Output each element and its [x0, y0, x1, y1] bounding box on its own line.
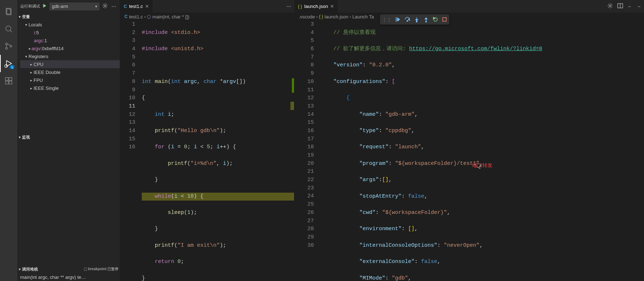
svg-rect-12 — [9, 81, 12, 84]
minimap[interactable] — [290, 21, 294, 281]
line-numbers: 3456789101112131415161718192021222324252… — [294, 21, 320, 281]
sidebar-header: 运行和调试 gdb-arm ▾ ⋯ — [17, 0, 120, 13]
chevron-down-icon: ▾ — [19, 135, 21, 139]
breadcrumb-right[interactable]: .vscode › { } launch.json › Launch Ta — [294, 13, 644, 21]
debug-toolbar[interactable]: ⋮⋮ — [380, 14, 449, 25]
svg-rect-11 — [5, 81, 8, 84]
chevron-right-icon: ▸ — [30, 62, 32, 66]
svg-rect-18 — [396, 17, 397, 22]
source-control-icon[interactable] — [0, 38, 17, 55]
activity-bar: 1 — [0, 0, 17, 281]
callstack-status: ⬚ breakpoint 已暂停 — [84, 267, 118, 272]
svg-rect-29 — [443, 18, 446, 21]
svg-marker-13 — [43, 4, 47, 8]
chevron-down-icon: ▾ — [19, 15, 21, 19]
svg-point-4 — [6, 43, 8, 45]
restart-button[interactable] — [433, 17, 438, 22]
code-editor-right[interactable]: 3456789101112131415161718192021222324252… — [294, 21, 644, 281]
stop-button[interactable] — [442, 17, 447, 22]
annotation-text: 端口转发 — [472, 162, 492, 169]
svg-rect-9 — [5, 78, 8, 80]
chevron-down-icon: ▾ — [25, 54, 27, 58]
reg-group[interactable]: ▸IEEE Single — [20, 84, 120, 92]
svg-line-3 — [10, 30, 12, 32]
tab-launch-json[interactable]: { } launch.json ✕ — [294, 0, 338, 13]
gear-icon[interactable] — [607, 3, 613, 10]
registers-scope[interactable]: ▾ Registers — [20, 52, 120, 60]
svg-marker-26 — [425, 18, 427, 19]
step-over-button[interactable] — [404, 17, 410, 22]
debug-badge: 1 — [10, 65, 14, 69]
json-file-icon: { } — [319, 14, 323, 19]
svg-point-6 — [10, 45, 12, 47]
function-icon: ⬡ — [147, 14, 151, 19]
chevron-right-icon: ▸ — [30, 78, 32, 82]
tab-test1-c[interactable]: C test1.c ✕ — [120, 0, 153, 13]
reg-group[interactable]: ▸IEEE Double — [20, 68, 120, 76]
extensions-icon[interactable] — [0, 72, 17, 89]
line-numbers: 12345678910 111213141516 — [120, 21, 142, 281]
var-item[interactable]: argc: 1 — [20, 36, 120, 44]
editor-group: C test1.c ✕ ⋯ C test1.c › ⬡ main(int, ch… — [120, 0, 644, 281]
code-content[interactable]: // 悬停以查看现 // 欲了解更多信息，请访问: https://go.mic… — [320, 21, 644, 281]
svg-marker-21 — [408, 18, 409, 21]
explorer-icon[interactable] — [0, 3, 17, 20]
arrow-right-icon[interactable]: → — [636, 4, 641, 9]
locals-scope[interactable]: ▾ Locals — [20, 21, 120, 28]
c-file-icon: C — [124, 4, 127, 9]
svg-point-15 — [609, 5, 611, 7]
callstack-frame[interactable]: main(int argc, char ** argv) te… — [17, 273, 120, 281]
var-item[interactable]: ▸argv: 0xbefffd14 — [20, 44, 120, 52]
continue-button[interactable] — [395, 17, 401, 22]
editor-pane-left: C test1.c ✕ ⋯ C test1.c › ⬡ main(int, ch… — [120, 0, 294, 281]
callstack-section[interactable]: ▾ 调用堆栈 ⬚ breakpoint 已暂停 — [17, 265, 120, 273]
chevron-down-icon: ▾ — [95, 4, 97, 8]
step-into-button[interactable] — [414, 17, 420, 22]
svg-marker-30 — [477, 163, 481, 169]
chevron-right-icon: ▸ — [30, 70, 32, 74]
svg-marker-23 — [416, 19, 418, 21]
cursor-icon — [477, 163, 482, 169]
chevron-down-icon: ▾ — [25, 23, 27, 27]
svg-point-27 — [426, 21, 427, 22]
chevron-right-icon: ▸ — [30, 86, 32, 90]
svg-point-14 — [104, 5, 106, 7]
run-debug-icon[interactable]: 1 — [0, 55, 17, 72]
split-editor-icon[interactable] — [617, 3, 623, 10]
code-editor-left[interactable]: 12345678910 111213141516 #include <stdio… — [120, 21, 294, 281]
watch-section[interactable]: ▾ 监视 — [17, 133, 120, 141]
variables-section[interactable]: ▾ 变量 — [17, 13, 120, 21]
tabs-left: C test1.c ✕ ⋯ — [120, 0, 294, 13]
chevron-right-icon: ▸ — [29, 47, 31, 51]
more-icon[interactable]: ⋯ — [286, 4, 291, 9]
svg-point-24 — [416, 21, 417, 22]
start-debug-button[interactable] — [42, 3, 47, 9]
code-content[interactable]: #include <stdio.h> #include <unistd.h> i… — [142, 21, 294, 281]
debug-sidebar: 运行和调试 gdb-arm ▾ ⋯ ▾ 变量 ▾ Locals i: 5 arg… — [17, 0, 120, 281]
more-icon[interactable]: ⋯ — [110, 4, 117, 9]
svg-marker-19 — [397, 17, 400, 22]
svg-point-20 — [407, 21, 408, 22]
tabs-right: { } launch.json ✕ ← → — [294, 0, 644, 13]
svg-rect-10 — [9, 78, 12, 80]
sidebar-title: 运行和调试 — [20, 4, 40, 9]
svg-point-5 — [6, 48, 8, 49]
reg-group[interactable]: ▸CPU — [20, 60, 120, 68]
step-out-button[interactable] — [423, 17, 429, 22]
close-icon[interactable]: ✕ — [330, 4, 334, 9]
search-icon[interactable] — [0, 20, 17, 38]
close-icon[interactable]: ✕ — [145, 4, 149, 9]
chevron-down-icon: ▾ — [19, 267, 21, 271]
editor-pane-right: { } launch.json ✕ ← → .vscode › { } laun… — [294, 0, 644, 281]
c-file-icon: C — [124, 14, 128, 19]
launch-config-name: gdb-arm — [52, 4, 68, 9]
launch-config-select[interactable]: gdb-arm ▾ — [49, 3, 100, 10]
svg-point-2 — [6, 26, 11, 31]
breadcrumb-left[interactable]: C test1.c › ⬡ main(int, char * []) — [120, 13, 294, 21]
gear-icon[interactable] — [102, 3, 108, 10]
reg-group[interactable]: ▸FPU — [20, 76, 120, 84]
arrow-left-icon[interactable]: ← — [627, 4, 632, 9]
var-item[interactable]: i: 5 — [20, 28, 120, 36]
drag-handle-icon[interactable]: ⋮⋮ — [382, 17, 391, 22]
json-file-icon: { } — [298, 4, 302, 9]
